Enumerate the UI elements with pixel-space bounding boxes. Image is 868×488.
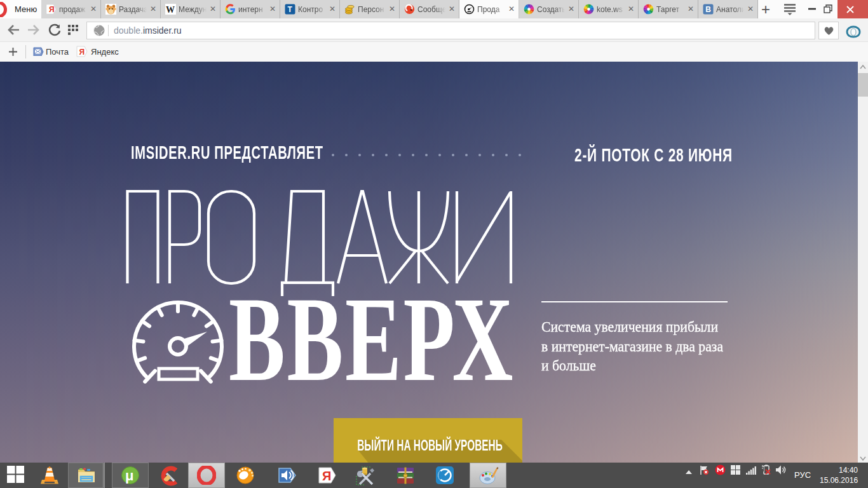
svg-text:В: В [705,5,711,14]
svg-text:Я: Я [322,469,331,483]
svg-text:W: W [166,5,175,15]
svg-text:Я: Я [79,48,85,57]
svg-text:T: T [288,5,293,14]
svg-text:Я: Я [49,5,55,14]
svg-text:μ: μ [125,468,133,484]
